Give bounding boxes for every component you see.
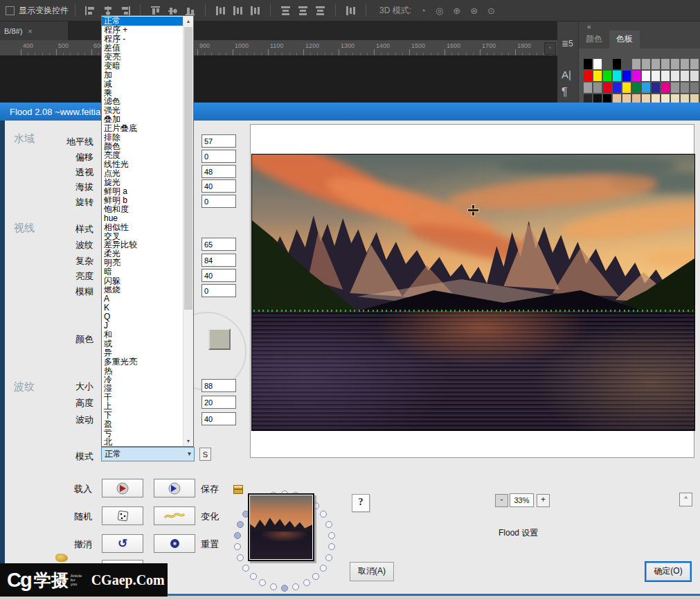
zoom-in-button[interactable]: + [537, 494, 550, 507]
color-swatch[interactable] [593, 59, 602, 69]
random-button[interactable] [102, 506, 143, 525]
distribute-bottom-icon[interactable] [250, 6, 260, 15]
memory-dot[interactable] [325, 521, 332, 528]
tab-color[interactable]: 颜色 [579, 30, 609, 48]
memory-dot[interactable] [250, 573, 257, 580]
distribute-right-icon[interactable] [315, 6, 325, 15]
memory-dot[interactable] [320, 565, 327, 572]
blur-input[interactable] [201, 284, 236, 297]
mode-option[interactable]: 变暗 [102, 62, 183, 71]
brightness-input[interactable] [201, 269, 236, 282]
color-swatch[interactable] [661, 71, 670, 81]
mode-option[interactable]: J [102, 321, 183, 330]
preview-image[interactable] [251, 154, 695, 431]
3d-roll-icon[interactable]: ◎ [436, 6, 443, 16]
mode-option[interactable]: 多重光亮 [102, 358, 183, 367]
memory-dot[interactable] [325, 554, 332, 561]
mode-option[interactable]: Q [102, 312, 183, 321]
color-swatch[interactable] [613, 71, 621, 81]
color-swatch[interactable] [671, 82, 679, 93]
memory-dot[interactable] [292, 583, 299, 590]
color-swatch[interactable] [622, 71, 631, 81]
mode-option[interactable]: hue [102, 214, 183, 223]
align-right-edges-icon[interactable] [120, 6, 130, 15]
color-swatch[interactable] [652, 71, 660, 81]
memory-dot[interactable] [320, 511, 327, 518]
mode-option[interactable]: 或 [102, 339, 183, 348]
color-swatch[interactable] [681, 59, 689, 69]
align-bottom-edges-icon[interactable] [185, 6, 195, 15]
character-panel-icon[interactable]: A| [562, 69, 571, 80]
color-swatch[interactable] [593, 82, 602, 93]
color-swatch[interactable] [652, 59, 660, 69]
color-swatch[interactable] [671, 71, 679, 81]
mode-combobox[interactable]: 正常 ▾ [101, 447, 195, 461]
auto-align-icon[interactable] [345, 6, 356, 15]
mode-option[interactable]: 明亮 [102, 258, 183, 267]
mode-option[interactable]: K [102, 303, 183, 312]
color-swatch[interactable] [690, 59, 699, 69]
mode-option[interactable]: 上 [102, 402, 183, 411]
load-button[interactable] [102, 479, 143, 497]
color-swatch[interactable] [603, 71, 611, 81]
zoom-out-button[interactable]: - [495, 494, 508, 507]
color-swatch[interactable] [632, 71, 640, 81]
memory-dot[interactable] [242, 565, 249, 572]
scroll-up-icon[interactable]: ▲ [183, 16, 193, 26]
reset-button[interactable] [154, 534, 195, 553]
scroll-down-icon[interactable]: ▼ [183, 436, 193, 446]
mode-option[interactable]: 加 [102, 71, 183, 80]
offset-input[interactable] [201, 150, 236, 163]
color-swatch[interactable] [584, 59, 592, 69]
color-swatch[interactable] [690, 71, 699, 81]
mode-option[interactable]: 饱和度 [102, 205, 183, 214]
mode-option[interactable]: 鲜明 a [102, 187, 183, 196]
variation-button[interactable] [154, 506, 195, 525]
mode-option[interactable]: 下 [102, 411, 183, 420]
mode-option[interactable]: 鲜明 b [102, 196, 183, 205]
preview-thumbnail[interactable] [248, 493, 314, 561]
mode-option[interactable]: 燃烧 [102, 285, 183, 294]
color-swatch[interactable] [681, 82, 689, 93]
height-input[interactable] [201, 396, 236, 409]
3d-orbit-icon[interactable]: ◔ [420, 6, 426, 16]
3d-slide-icon[interactable]: ⊛ [470, 6, 478, 16]
color-swatch[interactable] [642, 59, 650, 69]
memory-dot[interactable] [237, 554, 244, 561]
mode-option[interactable]: 线性光 [102, 160, 183, 169]
size-input[interactable] [201, 379, 236, 392]
color-swatch[interactable] [613, 59, 621, 69]
color-swatch[interactable] [613, 82, 621, 93]
mode-option[interactable]: 亏 [102, 429, 183, 438]
color-swatch[interactable] [603, 82, 611, 93]
align-vertical-centers-icon[interactable] [168, 6, 178, 15]
mode-option[interactable]: 点光 [102, 169, 183, 178]
color-swatch[interactable] [632, 82, 640, 93]
mode-option[interactable]: 程序 - [102, 35, 183, 44]
distribute-top-icon[interactable] [215, 6, 226, 15]
color-swatch[interactable] [690, 82, 699, 93]
color-swatch[interactable] [652, 82, 660, 93]
mode-option[interactable]: 异 [102, 348, 183, 358]
cancel-button[interactable]: 取消(A) [350, 562, 394, 581]
color-swatch[interactable] [661, 82, 670, 93]
align-left-edges-icon[interactable] [85, 6, 96, 15]
mode-option[interactable]: 冷 [102, 376, 183, 385]
paragraph-panel-icon[interactable]: ¶ [562, 86, 568, 98]
mode-option[interactable]: 热 [102, 367, 183, 376]
mode-option[interactable]: 盈 [102, 420, 183, 429]
color-swatch[interactable] [584, 82, 592, 93]
horizon-input[interactable] [201, 134, 236, 148]
waviness-input[interactable] [201, 412, 236, 425]
tab-swatches[interactable]: 色板 [609, 30, 640, 48]
complexity-input[interactable] [201, 254, 236, 267]
memory-dot[interactable] [270, 583, 277, 590]
color-swatch[interactable] [642, 82, 650, 93]
mode-option[interactable]: 相似性 [102, 223, 183, 232]
memory-dot[interactable] [328, 543, 335, 550]
mode-option[interactable]: 湿 [102, 384, 183, 393]
mode-option[interactable]: 差值 [102, 44, 183, 53]
memory-dot[interactable] [234, 543, 241, 550]
collapse-panel-icon[interactable]: « [587, 23, 591, 30]
color-swatch[interactable] [632, 59, 640, 69]
